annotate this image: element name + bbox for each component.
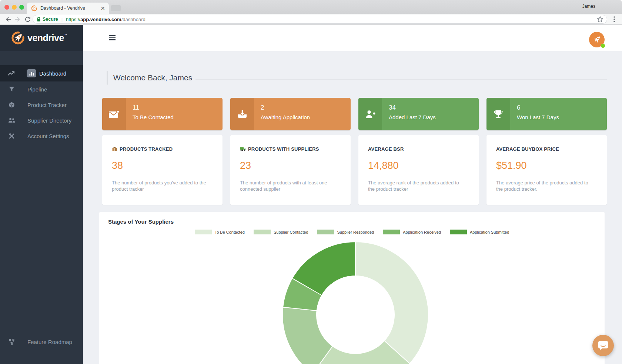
three-dots-icon <box>611 16 618 23</box>
forward-arrow-icon <box>14 16 21 23</box>
tools-icon <box>7 132 16 140</box>
legend-item-application-submitted[interactable]: Application Submitted <box>450 230 509 234</box>
legend-item-application-received[interactable]: Application Received <box>383 230 441 234</box>
stat-card-awaiting-application[interactable]: 2 Awaiting Application <box>230 98 351 130</box>
person-add-icon <box>358 98 382 130</box>
secure-label: Secure <box>43 17 58 22</box>
donut-segment-2[interactable] <box>282 307 332 364</box>
info-card-description: The number of products you've added to t… <box>112 180 209 192</box>
menu-toggle-button[interactable] <box>109 35 116 40</box>
legend-swatch <box>254 230 271 234</box>
window-zoom-button[interactable] <box>19 5 24 10</box>
brand-trademark: ™ <box>64 33 67 37</box>
info-card-average-buybox-price: AVERAGE BUYBOX PRICE $51.90 The average … <box>486 135 607 205</box>
stat-value: 2 <box>261 104 310 111</box>
legend-item-supplier-responded[interactable]: Supplier Responded <box>317 230 374 234</box>
stat-card-to-be-contacted[interactable]: 11 To Be Contacted <box>102 98 223 130</box>
stat-label: Added Last 7 Days <box>389 114 436 120</box>
stat-card-won-last-7-days[interactable]: 6 Won Last 7 Days <box>486 98 607 130</box>
back-arrow-icon <box>5 16 11 23</box>
legend-label: To Be Contacted <box>215 230 245 234</box>
info-card-description: The average rank of the products added t… <box>368 180 465 192</box>
info-card-products-with-suppliers: PRODUCTS WITH SUPPLIERS 23 The number of… <box>230 135 351 205</box>
online-status-dot <box>601 44 605 48</box>
bar-chart-badge-icon <box>27 69 36 77</box>
page-title: Welcome Back, James <box>113 71 192 85</box>
sidebar-logo[interactable]: vendrive™ <box>0 25 83 51</box>
package-icon <box>112 146 117 152</box>
browser-profile-name[interactable]: James <box>582 4 595 9</box>
bookmark-star-button[interactable] <box>597 16 603 24</box>
new-tab-button[interactable] <box>111 5 121 11</box>
cube-icon <box>7 101 16 109</box>
legend-swatch <box>383 230 400 234</box>
truck-icon <box>240 147 246 151</box>
back-button[interactable] <box>4 15 13 24</box>
url-scheme: https:// <box>66 17 80 22</box>
vendrive-favicon-icon <box>31 5 37 11</box>
donut-segment-0[interactable] <box>355 242 428 364</box>
welcome-accent-bar <box>107 71 108 85</box>
sidebar-item-label: Feature Roadmap <box>27 339 72 345</box>
legend-swatch <box>195 230 212 234</box>
legend-item-supplier-contacted[interactable]: Supplier Contacted <box>254 230 308 234</box>
star-icon <box>597 16 603 23</box>
lock-icon <box>37 17 41 22</box>
stat-value: 6 <box>517 104 559 111</box>
sidebar-item-label: Supplier Directory <box>27 117 71 124</box>
sidebar-item-feature-roadmap[interactable]: Feature Roadmap <box>0 334 83 350</box>
window-close-button[interactable] <box>4 5 9 10</box>
browser-tab[interactable]: Dashboard - Vendrive ✕ <box>27 3 109 14</box>
sidebar-item-dashboard[interactable]: Dashboard <box>0 65 83 81</box>
info-card-value: 23 <box>240 160 341 171</box>
legend-swatch <box>317 230 334 234</box>
info-card-description: The number of products with at least one… <box>240 180 337 192</box>
stat-label: Awaiting Application <box>261 114 310 120</box>
legend-swatch <box>450 230 467 234</box>
user-avatar[interactable] <box>589 32 605 47</box>
chat-launcher-button[interactable] <box>592 335 614 356</box>
sidebar-item-account-settings[interactable]: Account Settings <box>0 128 83 144</box>
url-host: app.vendrive.com <box>80 17 121 22</box>
chart-legend: To Be Contacted Supplier Contacted Suppl… <box>99 230 605 234</box>
browser-toolbar: Secure | https://app.vendrive.com/dashbo… <box>0 14 622 25</box>
sidebar-nav: Dashboard Pipeline Product Tracker <box>0 65 83 144</box>
trending-up-icon <box>7 69 16 77</box>
forward-button[interactable] <box>13 15 22 24</box>
info-card-title: AVERAGE BSR <box>368 146 469 152</box>
window-minimize-button[interactable] <box>12 5 17 10</box>
browser-tab-strip: Dashboard - Vendrive ✕ James <box>0 0 622 14</box>
donut-chart <box>276 235 435 364</box>
info-card-average-bsr: AVERAGE BSR 14,880 The average rank of t… <box>358 135 479 205</box>
address-bar[interactable]: Secure | https://app.vendrive.com/dashbo… <box>33 15 607 24</box>
info-card-products-tracked: PRODUCTS TRACKED 38 The number of produc… <box>102 135 223 205</box>
tab-close-icon[interactable]: ✕ <box>100 6 105 11</box>
info-card-title: PRODUCTS WITH SUPPLIERS <box>240 146 341 152</box>
sidebar-item-label: Product Tracker <box>27 102 67 108</box>
stat-value: 34 <box>389 104 436 111</box>
sidebar-item-label: Dashboard <box>39 70 66 77</box>
users-icon <box>7 116 16 124</box>
reload-button[interactable] <box>23 15 32 24</box>
omnibox-separator: | <box>61 17 63 22</box>
site-security-chip[interactable]: Secure <box>37 17 58 22</box>
sidebar-item-pipeline[interactable]: Pipeline <box>0 81 83 97</box>
legend-label: Supplier Responded <box>337 230 374 234</box>
sidebar-item-label: Account Settings <box>27 133 69 139</box>
inbox-download-icon <box>230 98 254 130</box>
app-header <box>83 25 622 51</box>
stat-label: To Be Contacted <box>133 114 174 120</box>
legend-item-to-be-contacted[interactable]: To Be Contacted <box>195 230 245 234</box>
info-card-description: The average price of the products added … <box>496 180 593 192</box>
url-text: https://app.vendrive.com/dashboard <box>66 17 146 22</box>
info-card-value: $51.90 <box>496 160 597 171</box>
git-branch-icon <box>7 338 16 346</box>
stat-card-added-last-7-days[interactable]: 34 Added Last 7 Days <box>358 98 479 130</box>
envelope-icon <box>102 98 126 130</box>
sidebar-item-supplier-directory[interactable]: Supplier Directory <box>0 113 83 128</box>
legend-label: Application Submitted <box>470 230 509 234</box>
trophy-icon <box>486 98 510 130</box>
chart-title: Stages of Your Suppliers <box>108 218 174 225</box>
browser-menu-button[interactable] <box>611 16 618 24</box>
sidebar-item-product-tracker[interactable]: Product Tracker <box>0 97 83 113</box>
